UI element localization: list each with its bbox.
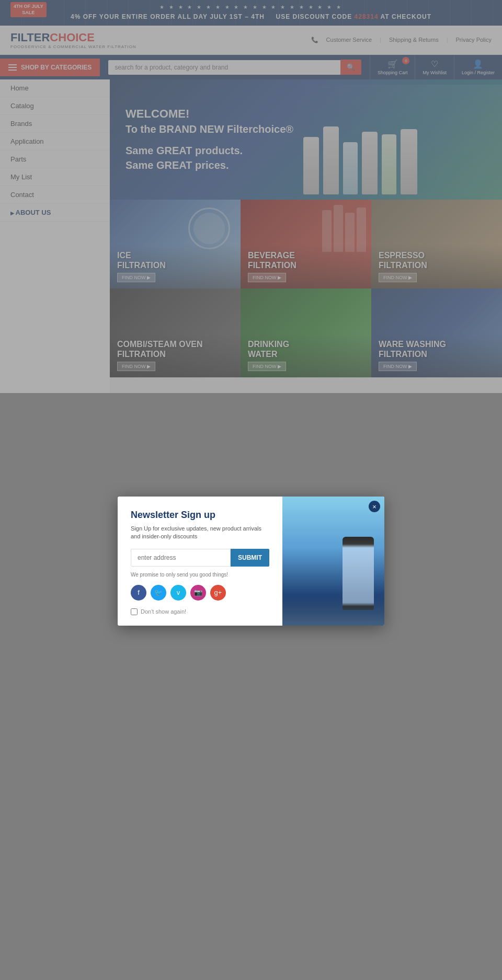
dont-show-label: Don't show again!	[141, 608, 186, 615]
twitter-icon[interactable]: 🐦	[151, 585, 166, 601]
modal-title: Newsletter Sign up	[131, 510, 269, 521]
facebook-icon[interactable]: f	[131, 585, 146, 601]
vimeo-icon[interactable]: v	[170, 585, 186, 601]
modal-submit-button[interactable]: SUBMIT	[231, 549, 269, 567]
modal-email-input[interactable]	[131, 549, 231, 567]
modal-promise: We promise to only send you good things!	[131, 572, 269, 578]
modal-close-button[interactable]: ×	[369, 501, 380, 512]
modal-image	[282, 497, 384, 626]
newsletter-modal: × Newsletter Sign up Sign Up for exclusi…	[118, 497, 384, 626]
dont-show-checkbox[interactable]	[131, 608, 138, 615]
modal-input-row: SUBMIT	[131, 549, 269, 567]
googleplus-icon[interactable]: g+	[210, 585, 226, 601]
modal-dont-show-row: Don't show again!	[131, 608, 269, 615]
modal-waves	[282, 594, 384, 626]
social-icons: f 🐦 v 📷 g+	[131, 585, 269, 601]
modal-description: Sign Up for exclusive updates, new produ…	[131, 525, 269, 541]
page-overlay	[0, 0, 502, 980]
modal-content: Newsletter Sign up Sign Up for exclusive…	[118, 497, 282, 626]
instagram-icon[interactable]: 📷	[190, 585, 206, 601]
